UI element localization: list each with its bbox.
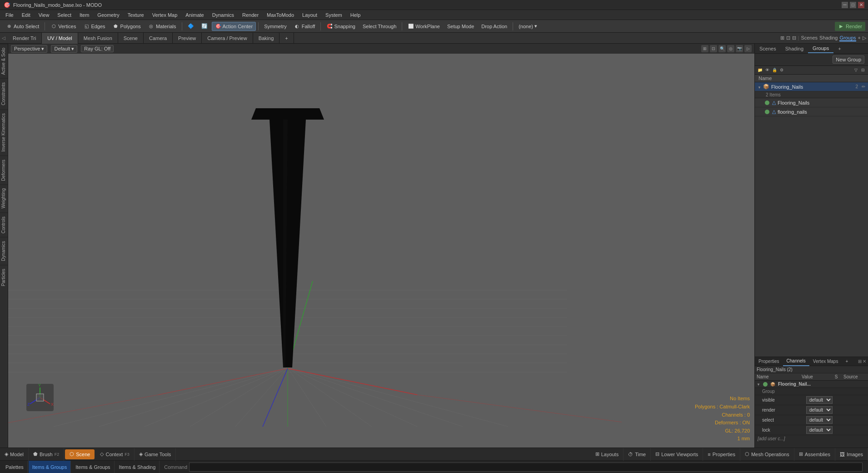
close-button[interactable]: ✕: [858, 2, 864, 8]
add-user-channel[interactable]: [add user c...]: [755, 435, 868, 442]
items-groups-button-1[interactable]: Items & Groups: [29, 461, 71, 473]
drop-action-button[interactable]: Drop Action: [478, 22, 510, 31]
workplane-button[interactable]: ⬜ WorkPlane: [404, 22, 443, 31]
tab-mesh-fusion[interactable]: Mesh Fusion: [78, 33, 118, 44]
tab-render-tri[interactable]: Render Tri: [7, 33, 42, 44]
ch-lock-dropdown[interactable]: default: [806, 426, 833, 434]
select-through-button[interactable]: Select Through: [359, 22, 399, 31]
tab-add[interactable]: +: [279, 33, 294, 44]
tab-scene[interactable]: Scene: [118, 33, 144, 44]
menu-animate[interactable]: Animate: [182, 11, 207, 19]
title-bar-controls[interactable]: ─ □ ✕: [842, 2, 864, 8]
none-dropdown[interactable]: (none) ▾: [515, 22, 540, 31]
new-group-button[interactable]: New Group: [833, 55, 864, 64]
tab-scenes[interactable]: Scenes: [755, 44, 781, 53]
scene-item-flooring-nails-mesh[interactable]: △ Flooring_Nails: [755, 98, 868, 107]
menu-view[interactable]: View: [35, 11, 53, 19]
sidebar-item-weighting[interactable]: Weighting: [0, 184, 8, 212]
ch-tab-properties[interactable]: Properties: [755, 357, 783, 366]
menu-maxtomodo[interactable]: MaxToModo: [263, 11, 298, 19]
items-groups-button-2[interactable]: Items & Groups: [72, 461, 114, 473]
render-button[interactable]: ▶ Render: [835, 22, 865, 31]
menu-render[interactable]: Render: [239, 11, 262, 19]
brush-button[interactable]: ⬟ Brush F2: [29, 448, 64, 461]
scene-item-flooring-nails-lower[interactable]: △ flooring_nails: [755, 107, 868, 116]
vp-icon-1[interactable]: ⊞: [701, 45, 708, 52]
sidebar-item-dynamics[interactable]: Dynamics: [0, 237, 8, 265]
ch-visible-dropdown[interactable]: default: [806, 396, 833, 404]
falloff-button[interactable]: ◐ Falloff: [291, 22, 319, 31]
layout-icon-2[interactable]: ⊡: [786, 35, 790, 41]
sidebar-item-particles[interactable]: Particles: [0, 265, 8, 290]
menu-system[interactable]: System: [322, 11, 346, 19]
viewport[interactable]: Perspective ▾ Default ▾ Ray GL: Off ⊞ ⊡ …: [8, 44, 754, 448]
assemblies-button[interactable]: ⊞ Assemblies: [794, 448, 835, 461]
vp-icon-2[interactable]: ⊡: [710, 45, 717, 52]
model-button[interactable]: ◈ Model: [0, 448, 29, 461]
tab-groups[interactable]: Groups: [808, 44, 833, 53]
snapping-button[interactable]: 🧲 Snapping: [323, 22, 359, 31]
ch-tab-channels[interactable]: Channels: [783, 357, 809, 366]
vp-icon-4[interactable]: ◎: [727, 45, 734, 52]
sidebar-item-constraints[interactable]: Constraints: [0, 78, 8, 109]
ch-icon-2[interactable]: ✕: [863, 359, 866, 364]
ch-row-render[interactable]: render default: [755, 405, 868, 415]
scene-tree-icon-5[interactable]: ⊟: [860, 67, 866, 73]
ch-render-dropdown[interactable]: default: [806, 406, 833, 414]
menu-texture[interactable]: Texture: [124, 11, 148, 19]
add-panel-icon[interactable]: +: [858, 35, 861, 41]
lower-viewports-button[interactable]: ⊟ Lower Viewports: [651, 448, 703, 461]
icon-btn-2[interactable]: 🔄: [198, 22, 211, 31]
sidebar-item-active-solo[interactable]: Active & Solo: [0, 44, 8, 78]
items-shading-button[interactable]: Items & Shading: [115, 461, 160, 473]
scene-group-flooring-nails[interactable]: 📦 Flooring_Nails 2 ✏: [755, 82, 868, 91]
ch-row-visible[interactable]: visible default: [755, 395, 868, 405]
materials-button[interactable]: ◎ Materials: [145, 22, 180, 31]
menu-file[interactable]: File: [2, 11, 17, 19]
vp-icon-5[interactable]: 📷: [736, 45, 743, 52]
raygl-dropdown[interactable]: Ray GL: Off: [81, 45, 114, 52]
perspective-dropdown[interactable]: Perspective ▾: [11, 45, 47, 53]
game-tools-button[interactable]: ◈ Game Tools: [135, 448, 176, 461]
menu-item[interactable]: Item: [76, 11, 93, 19]
tab-preview[interactable]: Preview: [173, 33, 202, 44]
scene-tree-icon-1[interactable]: 📁: [757, 67, 763, 73]
ch-tab-add[interactable]: +: [842, 357, 852, 366]
minimize-button[interactable]: ─: [842, 2, 848, 8]
sidebar-item-controls[interactable]: Controls: [0, 212, 8, 237]
left-panel-toggle[interactable]: ◁: [0, 35, 7, 40]
shading-label[interactable]: Shading: [819, 35, 838, 41]
menu-select[interactable]: Select: [54, 11, 75, 19]
icon-btn-1[interactable]: 🔷: [185, 22, 197, 31]
ch-row-select[interactable]: select default: [755, 415, 868, 425]
tab-shading[interactable]: Shading: [781, 44, 808, 53]
ch-select-dropdown[interactable]: default: [806, 416, 833, 424]
scene-tree-icon-2[interactable]: 👁: [764, 67, 770, 73]
maximize-button[interactable]: □: [850, 2, 856, 8]
symmetry-button[interactable]: Symmetry: [261, 22, 290, 31]
tab-baking[interactable]: Baking: [253, 33, 280, 44]
edges-button[interactable]: ◱ Edges: [80, 22, 108, 31]
context-button[interactable]: ◇ Context F3: [95, 448, 134, 461]
menu-geometry[interactable]: Geometry: [94, 11, 123, 19]
vertices-button[interactable]: ⬡ Vertices: [47, 22, 79, 31]
polygons-button[interactable]: ⬟ Polygons: [110, 22, 144, 31]
right-panel-toggle[interactable]: ▷: [863, 35, 866, 41]
scenes-label[interactable]: Scenes: [801, 35, 818, 41]
vp-icon-3[interactable]: 🔍: [718, 45, 726, 52]
layout-icon-3[interactable]: ⊟: [792, 35, 796, 41]
tab-uv-model[interactable]: UV / Model: [42, 33, 78, 44]
filter-icon[interactable]: ▽: [853, 67, 859, 73]
viewport-3d[interactable]: X Y Z No Items Polygons : Catmull-Clark …: [8, 54, 754, 448]
ch-tab-vertex-maps[interactable]: Vertex Maps: [809, 357, 842, 366]
menu-edit[interactable]: Edit: [18, 11, 34, 19]
tab-add-panel[interactable]: +: [833, 44, 845, 53]
ch-icon-1[interactable]: ⊞: [858, 359, 862, 364]
scene-tree-icon-3[interactable]: 🔒: [771, 67, 778, 73]
sidebar-item-deformers[interactable]: Deformers: [0, 156, 8, 185]
mesh-operations-button[interactable]: ⬡ Mesh Operations: [740, 448, 794, 461]
menu-help[interactable]: Help: [347, 11, 364, 19]
scene-tree-icon-4[interactable]: ⚙: [778, 67, 785, 73]
menu-dynamics[interactable]: Dynamics: [209, 11, 238, 19]
layouts-button[interactable]: ⊞ Layouts: [591, 448, 624, 461]
